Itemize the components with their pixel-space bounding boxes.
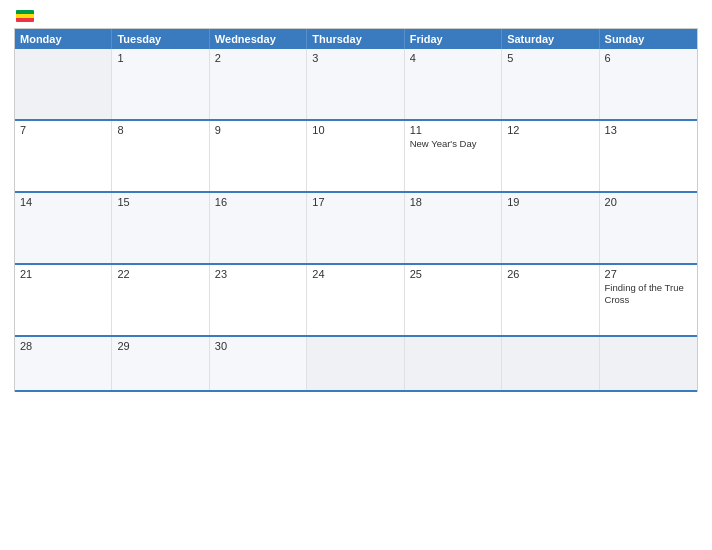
header-thursday: Thursday [307, 29, 404, 49]
day-number: 20 [605, 196, 692, 208]
day-number: 1 [117, 52, 203, 64]
day-number: 17 [312, 196, 398, 208]
calendar-cell: 14 [15, 193, 112, 263]
calendar-grid: Monday Tuesday Wednesday Thursday Friday… [14, 28, 698, 392]
calendar-body: 1234567891011New Year's Day1213141516171… [15, 49, 697, 392]
day-number: 21 [20, 268, 106, 280]
day-number: 3 [312, 52, 398, 64]
header [14, 10, 698, 22]
day-number: 25 [410, 268, 496, 280]
calendar-cell [600, 337, 697, 390]
day-number: 24 [312, 268, 398, 280]
calendar-cell: 15 [112, 193, 209, 263]
logo-flag-icon [16, 10, 34, 22]
day-number: 28 [20, 340, 106, 352]
calendar-week-4: 21222324252627Finding of the True Cross [15, 265, 697, 337]
calendar-cell: 13 [600, 121, 697, 191]
logo [14, 10, 34, 22]
calendar-cell: 25 [405, 265, 502, 335]
day-number: 22 [117, 268, 203, 280]
day-number: 23 [215, 268, 301, 280]
calendar-cell: 19 [502, 193, 599, 263]
calendar-cell: 8 [112, 121, 209, 191]
calendar-cell: 9 [210, 121, 307, 191]
event-label: New Year's Day [410, 138, 496, 150]
calendar-cell: 24 [307, 265, 404, 335]
calendar-cell: 3 [307, 49, 404, 119]
day-number: 29 [117, 340, 203, 352]
calendar-cell: 29 [112, 337, 209, 390]
calendar-cell [307, 337, 404, 390]
calendar-week-1: 123456 [15, 49, 697, 121]
calendar-cell: 27Finding of the True Cross [600, 265, 697, 335]
calendar-cell: 4 [405, 49, 502, 119]
calendar-cell: 10 [307, 121, 404, 191]
day-number: 4 [410, 52, 496, 64]
calendar-cell: 28 [15, 337, 112, 390]
day-number: 26 [507, 268, 593, 280]
calendar-cell: 30 [210, 337, 307, 390]
day-number: 18 [410, 196, 496, 208]
header-friday: Friday [405, 29, 502, 49]
day-number: 27 [605, 268, 692, 280]
calendar-cell: 21 [15, 265, 112, 335]
day-number: 14 [20, 196, 106, 208]
calendar-page: Monday Tuesday Wednesday Thursday Friday… [0, 0, 712, 550]
calendar-cell [15, 49, 112, 119]
calendar-cell: 20 [600, 193, 697, 263]
day-number: 15 [117, 196, 203, 208]
calendar-cell: 18 [405, 193, 502, 263]
day-number: 16 [215, 196, 301, 208]
calendar-cell: 11New Year's Day [405, 121, 502, 191]
calendar-cell: 22 [112, 265, 209, 335]
calendar-week-5: 282930 [15, 337, 697, 392]
calendar-cell: 17 [307, 193, 404, 263]
day-number: 12 [507, 124, 593, 136]
calendar-cell: 16 [210, 193, 307, 263]
header-tuesday: Tuesday [112, 29, 209, 49]
calendar-cell: 6 [600, 49, 697, 119]
event-label: Finding of the True Cross [605, 282, 692, 307]
calendar-cell: 1 [112, 49, 209, 119]
day-number: 7 [20, 124, 106, 136]
header-wednesday: Wednesday [210, 29, 307, 49]
calendar-week-3: 14151617181920 [15, 193, 697, 265]
day-number: 19 [507, 196, 593, 208]
day-number: 6 [605, 52, 692, 64]
day-number: 5 [507, 52, 593, 64]
header-sunday: Sunday [600, 29, 697, 49]
header-monday: Monday [15, 29, 112, 49]
calendar-cell: 23 [210, 265, 307, 335]
calendar-header-row: Monday Tuesday Wednesday Thursday Friday… [15, 29, 697, 49]
calendar-cell: 7 [15, 121, 112, 191]
calendar-cell [405, 337, 502, 390]
day-number: 2 [215, 52, 301, 64]
calendar-cell: 26 [502, 265, 599, 335]
day-number: 8 [117, 124, 203, 136]
calendar-cell: 2 [210, 49, 307, 119]
day-number: 13 [605, 124, 692, 136]
calendar-week-2: 7891011New Year's Day1213 [15, 121, 697, 193]
day-number: 10 [312, 124, 398, 136]
day-number: 9 [215, 124, 301, 136]
calendar-cell [502, 337, 599, 390]
calendar-cell: 5 [502, 49, 599, 119]
calendar-cell: 12 [502, 121, 599, 191]
header-saturday: Saturday [502, 29, 599, 49]
day-number: 11 [410, 124, 496, 136]
day-number: 30 [215, 340, 301, 352]
